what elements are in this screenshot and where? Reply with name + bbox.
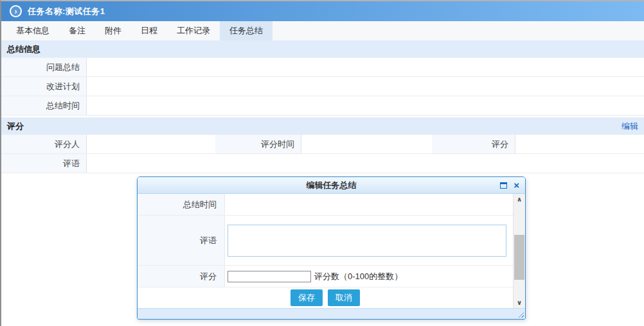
problem-summary-label: 问题总结 [1, 58, 87, 76]
improvement-plan-label: 改进计划 [1, 77, 87, 96]
tab-attachments[interactable]: 附件 [95, 21, 131, 40]
dialog-row-summary-time: 总结时间 [138, 194, 513, 216]
comment-value [87, 154, 644, 173]
save-button[interactable]: 保存 [291, 289, 323, 306]
dialog-scrollbar[interactable]: ∧ ∨ [513, 194, 525, 308]
improvement-plan-value [87, 77, 644, 96]
chevron-glyph: › [15, 8, 17, 15]
summary-section-header: 总结信息 [1, 40, 644, 58]
dialog-controls: × [500, 177, 519, 194]
dialog-body: 总结时间 评语 评分 评分数（0-100的整数） [138, 194, 525, 308]
dialog-summary-time-value[interactable] [225, 194, 513, 215]
comment-textarea[interactable] [228, 225, 506, 257]
tab-schedule[interactable]: 日程 [131, 21, 167, 40]
scroll-down-icon[interactable]: ∨ [514, 297, 525, 308]
dialog-summary-time-label: 总结时间 [138, 194, 225, 215]
dialog-row-score: 评分 评分数（0-100的整数） [138, 266, 513, 287]
chevron-right-circle-icon[interactable]: › [10, 5, 22, 17]
cancel-button[interactable]: 取消 [328, 289, 360, 306]
field-row-summary-time: 总结时间 [1, 96, 644, 116]
summary-section-title: 总结信息 [7, 44, 40, 55]
field-row-comment: 评语 [1, 154, 644, 173]
page-title: 任务名称:测试任务1 [28, 6, 105, 17]
field-row-problem-summary: 问题总结 [1, 58, 644, 77]
close-icon[interactable]: × [514, 180, 519, 190]
score-time-label: 评分时间 [215, 135, 301, 153]
scrollbar-track[interactable] [514, 205, 525, 297]
tab-bar: 基本信息 备注 附件 日程 工作记录 任务总结 [1, 21, 644, 40]
scroll-up-icon[interactable]: ∧ [514, 194, 525, 205]
summary-time-label: 总结时间 [1, 96, 87, 115]
dialog-score-label: 评分 [138, 266, 225, 287]
window-titlebar: › 任务名称:测试任务1 [1, 1, 644, 21]
field-row-improvement-plan: 改进计划 [1, 77, 644, 96]
field-row-score-info: 评分人 评分时间 评分 [1, 135, 644, 154]
score-input[interactable] [228, 271, 311, 282]
summary-time-value [87, 96, 644, 115]
scorer-label: 评分人 [1, 135, 87, 153]
scrollbar-thumb[interactable] [514, 235, 524, 280]
score-section-header: 评分 编辑 [1, 117, 644, 135]
problem-summary-value [87, 58, 644, 76]
maximize-icon[interactable] [500, 182, 507, 189]
dialog-content: 总结时间 评语 评分 评分数（0-100的整数） [138, 194, 513, 308]
dialog-titlebar[interactable]: 编辑任务总结 × [138, 177, 525, 194]
score-section-title: 评分 [7, 121, 24, 132]
dialog-button-row: 保存 取消 [138, 287, 513, 308]
task-window: › 任务名称:测试任务1 基本信息 备注 附件 日程 工作记录 任务总结 总结信… [0, 0, 644, 326]
score-label: 评分 [432, 135, 515, 153]
dialog-footer [138, 308, 525, 319]
tab-basic-info[interactable]: 基本信息 [6, 21, 59, 40]
tab-task-summary[interactable]: 任务总结 [220, 21, 273, 40]
resize-handle-icon[interactable] [517, 311, 524, 318]
scorer-value [87, 135, 215, 153]
score-hint: 评分数（0-100的整数） [314, 271, 402, 282]
dialog-title: 编辑任务总结 [138, 177, 525, 193]
score-value [515, 135, 644, 153]
dialog-comment-label: 评语 [138, 216, 225, 265]
tab-notes[interactable]: 备注 [59, 21, 95, 40]
edit-task-summary-dialog: 编辑任务总结 × 总结时间 评语 评分 [137, 176, 526, 320]
tab-work-log[interactable]: 工作记录 [167, 21, 220, 40]
edit-link[interactable]: 编辑 [622, 121, 638, 132]
score-time-value [301, 135, 432, 153]
comment-label: 评语 [1, 154, 87, 173]
dialog-row-comment: 评语 [138, 216, 513, 266]
